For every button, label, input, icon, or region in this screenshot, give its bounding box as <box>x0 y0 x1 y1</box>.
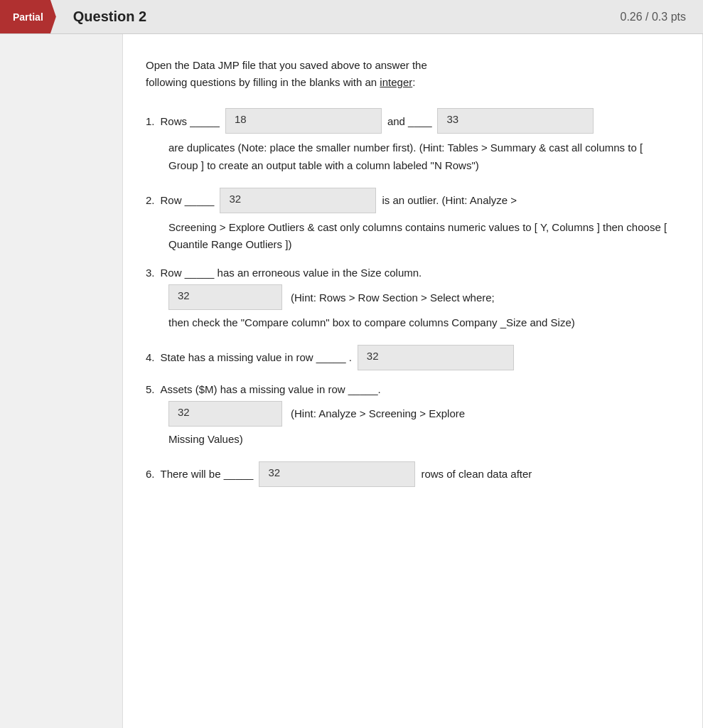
q6-suffix: rows of clean data after <box>421 468 532 480</box>
q4-prefix: State has a missing value in row _____ . <box>161 351 352 363</box>
q2-input1[interactable]: 32 <box>220 188 376 213</box>
question-6: 6. There will be _____ 32 rows of clean … <box>146 461 668 487</box>
question-header: Partial Question 2 0.26 / 0.3 pts <box>0 0 703 34</box>
q5-input1[interactable]: 32 <box>168 401 282 427</box>
q2-suffix: is an outlier. (Hint: Analyze > <box>382 194 517 206</box>
q1-hint-text: are duplicates (Note: place the smaller … <box>168 141 643 171</box>
q1-input1[interactable]: 18 <box>225 108 382 134</box>
question-3: 3. Row _____ has an erroneous value in t… <box>146 267 668 332</box>
q1-hint: are duplicates (Note: place the smaller … <box>168 139 668 175</box>
q3-label: 3. <box>146 267 155 279</box>
q4-label: 4. <box>146 351 155 363</box>
question-score: 0.26 / 0.3 pts <box>620 11 686 23</box>
question-4: 4. State has a missing value in row ____… <box>146 345 668 370</box>
q6-row: 6. There will be _____ 32 rows of clean … <box>146 461 668 487</box>
q3-answer-block: 32 (Hint: Rows > Row Section > Select wh… <box>168 284 668 310</box>
partial-badge: Partial <box>0 0 56 33</box>
q1-label: 1. <box>146 115 155 127</box>
q6-input1[interactable]: 32 <box>259 461 415 487</box>
q4-input1[interactable]: 32 <box>358 345 514 370</box>
q1-prefix: Rows _____ <box>161 115 220 127</box>
q5-hint2-text: Missing Values) <box>168 433 243 445</box>
q1-row: 1. Rows _____ 18 and ____ 33 <box>146 108 668 134</box>
q6-prefix: There will be _____ <box>161 468 254 480</box>
q6-label: 6. <box>146 468 155 480</box>
intro-integer: integer <box>380 76 412 88</box>
q4-row: 4. State has a missing value in row ____… <box>146 345 668 370</box>
q5-prefix: Assets ($M) has a missing value in row _… <box>161 383 381 395</box>
q3-hint2: then check the "Compare column" box to c… <box>168 314 668 332</box>
intro-line1: Open the Data JMP file that you saved ab… <box>146 59 427 71</box>
q3-input1[interactable]: 32 <box>168 284 282 310</box>
q3-row: 3. Row _____ has an erroneous value in t… <box>146 267 668 279</box>
intro-line2: following questions by filling in the bl… <box>146 76 380 88</box>
question-1: 1. Rows _____ 18 and ____ 33 are duplica… <box>146 108 668 175</box>
q3-hint2-text: then check the "Compare column" box to c… <box>168 316 575 328</box>
q3-hint-inline: (Hint: Rows > Row Section > Select where… <box>291 291 495 304</box>
question-2: 2. Row _____ 32 is an outlier. (Hint: An… <box>146 188 668 255</box>
q5-label: 5. <box>146 383 155 395</box>
q2-label: 2. <box>146 194 155 206</box>
q1-connector: and ____ <box>387 115 432 127</box>
q1-input2[interactable]: 33 <box>437 108 594 134</box>
intro-text: Open the Data JMP file that you saved ab… <box>146 57 668 91</box>
q5-row: 5. Assets ($M) has a missing value in ro… <box>146 383 668 395</box>
q3-prefix: Row _____ has an erroneous value in the … <box>161 267 422 279</box>
q2-hint-text: Screening > Explore Outliers & cast only… <box>168 221 667 251</box>
question-5: 5. Assets ($M) has a missing value in ro… <box>146 383 668 449</box>
q2-hint: Screening > Explore Outliers & cast only… <box>168 219 668 255</box>
q5-hint-inline: (Hint: Analyze > Screening > Explore <box>291 407 465 419</box>
q2-row: 2. Row _____ 32 is an outlier. (Hint: An… <box>146 188 668 213</box>
question-title: Question 2 <box>73 9 146 25</box>
badge-label: Partial <box>13 11 43 23</box>
intro-line2-end: : <box>412 76 415 88</box>
q5-answer-block: 32 (Hint: Analyze > Screening > Explore <box>168 401 668 427</box>
q5-hint2: Missing Values) <box>168 431 668 449</box>
q2-prefix: Row _____ <box>161 194 215 206</box>
question-body: Open the Data JMP file that you saved ab… <box>122 34 703 728</box>
